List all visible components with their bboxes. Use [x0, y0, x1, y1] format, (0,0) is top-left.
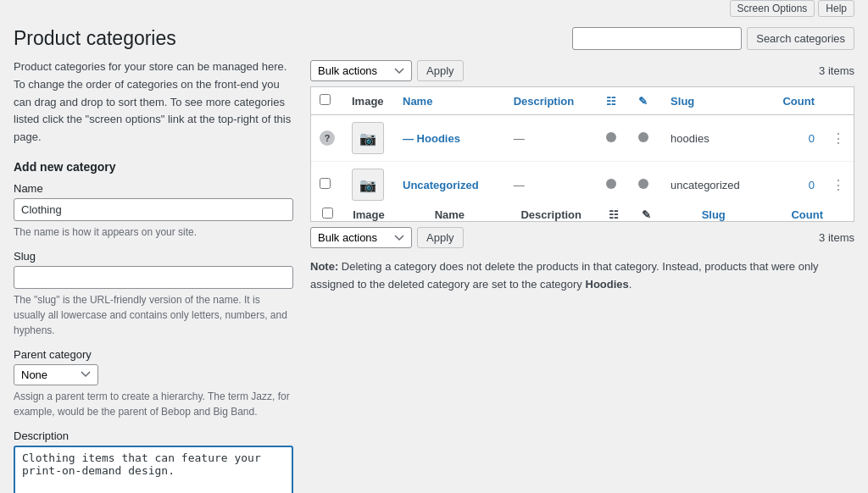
name-hint: The name is how it appears on your site.: [14, 224, 293, 240]
parent-label: Parent category: [14, 348, 293, 361]
slug-label: Slug: [14, 250, 293, 263]
col-header-icon2: ✎: [630, 87, 662, 115]
description-value-uncategorized: —: [514, 179, 525, 191]
row-actions-icon-hoodies[interactable]: ⋮: [832, 131, 845, 146]
row-slug-uncategorized: uncategorized: [662, 162, 765, 208]
dot1-uncategorized: [606, 179, 616, 189]
intro-text: Product categories for your store can be…: [14, 58, 293, 147]
row-menu-uncategorized: ⋮: [823, 162, 854, 208]
bulk-actions-bottom: Bulk actions Apply 3 items: [310, 227, 854, 248]
items-count-bottom: 3 items: [819, 231, 854, 244]
select-all-checkbox-bottom[interactable]: [322, 208, 333, 219]
categories-table: Image Name Description ☷ ✎ Slug Count: [311, 87, 854, 221]
row-count-hoodies: 0: [765, 115, 823, 162]
dot1-hoodies: [606, 132, 616, 142]
row-menu-hoodies: ⋮: [823, 115, 854, 162]
row-name-hoodies: — Hoodies: [394, 115, 505, 162]
col-header-check: [311, 87, 343, 115]
left-panel: Product categories Product categories fo…: [14, 27, 310, 493]
image-placeholder-uncategorized: 📷: [352, 169, 384, 201]
parent-hint: Assign a parent term to create a hierarc…: [14, 389, 293, 419]
description-textarea[interactable]: Clothing items that can feature your pri…: [14, 446, 293, 493]
col-footer-description[interactable]: Description: [505, 208, 598, 221]
search-categories-button[interactable]: Search categories: [747, 27, 854, 50]
list-icon-footer: ☷: [609, 208, 619, 221]
col-header-description[interactable]: Description: [505, 87, 598, 115]
dot2-uncategorized: [638, 179, 648, 189]
row-image-uncategorized: 📷: [343, 162, 394, 208]
parent-select[interactable]: None: [14, 364, 98, 385]
col-footer-slug[interactable]: Slug: [662, 208, 765, 221]
description-label: Description: [14, 429, 293, 442]
bulk-left-top: Bulk actions Apply: [310, 60, 464, 81]
col-footer-check: [311, 208, 343, 221]
slug-hint: The "slug" is the URL-friendly version o…: [14, 292, 293, 338]
help-button[interactable]: Help: [818, 0, 854, 17]
items-count-top: 3 items: [819, 64, 854, 77]
col-header-icon1: ☷: [598, 87, 630, 115]
description-value-hoodies: —: [514, 132, 525, 145]
list-icon: ☷: [606, 95, 616, 108]
apply-button-bottom[interactable]: Apply: [417, 227, 464, 248]
row-check-uncategorized: [311, 162, 343, 208]
row-checkbox-uncategorized[interactable]: [320, 178, 331, 189]
note-text: Deleting a category does not delete the …: [310, 260, 819, 291]
col-footer-icon2: ✎: [630, 208, 662, 221]
categories-table-wrap: Image Name Description ☷ ✎ Slug Count: [310, 86, 854, 222]
col-header-slug[interactable]: Slug: [662, 87, 765, 115]
screen-options-button[interactable]: Screen Options: [730, 0, 815, 17]
select-all-checkbox-top[interactable]: [320, 94, 331, 105]
note-bold: Hoodies: [586, 278, 629, 291]
apply-button-top[interactable]: Apply: [417, 60, 464, 81]
bulk-actions-top: Bulk actions Apply 3 items: [310, 60, 854, 81]
slug-field-group: Slug The "slug" is the URL-friendly vers…: [14, 250, 293, 338]
col-footer-name[interactable]: Name: [394, 208, 505, 221]
col-header-count[interactable]: Count: [765, 87, 823, 115]
row-actions-icon-uncategorized[interactable]: ⋮: [832, 178, 845, 192]
row-icon2-uncategorized: [630, 162, 662, 208]
note-section: Note: Deleting a category does not delet…: [310, 258, 854, 294]
row-count-uncategorized: 0: [765, 162, 823, 208]
slug-input[interactable]: [14, 266, 293, 289]
edit-icon-footer: ✎: [642, 208, 651, 221]
name-field-group: Name The name is how it appears on your …: [14, 182, 293, 240]
category-link-hoodies[interactable]: — Hoodies: [403, 132, 460, 145]
edit-icon: ✎: [638, 95, 648, 108]
note-end: .: [629, 278, 632, 291]
col-header-name[interactable]: Name: [394, 87, 505, 115]
table-footer-row: Image Name Description ☷ ✎ Slug Count: [311, 208, 854, 221]
bulk-actions-select-bottom[interactable]: Bulk actions: [310, 227, 412, 248]
bulk-left-bottom: Bulk actions Apply: [310, 227, 464, 248]
col-footer-image: Image: [343, 208, 394, 221]
col-footer-actions: [823, 208, 854, 221]
row-slug-hoodies: hoodies: [662, 115, 765, 162]
page-title: Product categories: [14, 27, 293, 50]
count-link-uncategorized[interactable]: 0: [809, 179, 815, 191]
col-footer-count[interactable]: Count: [765, 208, 823, 221]
col-header-actions: [823, 87, 854, 115]
dot2-hoodies: [638, 132, 648, 142]
col-footer-icon1: ☷: [598, 208, 630, 221]
description-group: Description Clothing items that can feat…: [14, 429, 293, 493]
add-category-heading: Add new category: [14, 160, 293, 174]
search-bar: Search categories: [310, 27, 854, 50]
name-label: Name: [14, 182, 293, 195]
table-header-row: Image Name Description ☷ ✎ Slug Count: [311, 87, 854, 115]
row-desc-hoodies: —: [505, 115, 598, 162]
row-name-uncategorized: Uncategorized: [394, 162, 505, 208]
bulk-actions-select-top[interactable]: Bulk actions: [310, 60, 412, 81]
table-row: 📷 Uncategorized —: [311, 162, 854, 208]
category-link-uncategorized[interactable]: Uncategorized: [403, 179, 479, 191]
col-header-image: Image: [343, 87, 394, 115]
name-input[interactable]: [14, 198, 293, 221]
parent-category-group: Parent category None Assign a parent ter…: [14, 348, 293, 419]
row-check-hoodies: ?: [311, 115, 343, 162]
right-panel: Search categories Bulk actions Apply 3 i…: [310, 27, 854, 493]
row-desc-uncategorized: —: [505, 162, 598, 208]
help-icon-hoodies[interactable]: ?: [320, 130, 335, 146]
count-link-hoodies[interactable]: 0: [809, 132, 815, 145]
note-label: Note:: [310, 260, 338, 273]
search-input[interactable]: [572, 27, 742, 50]
row-image-hoodies: 📷: [343, 115, 394, 162]
image-placeholder-hoodies: 📷: [352, 122, 384, 154]
